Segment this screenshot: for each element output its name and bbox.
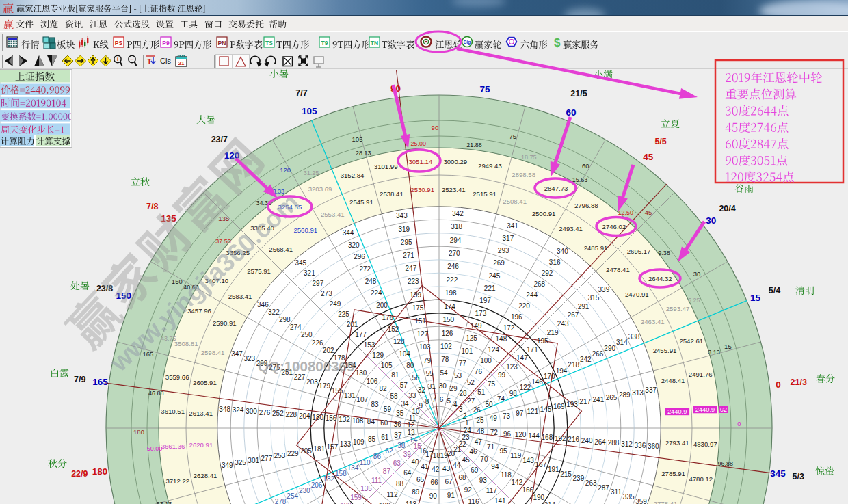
svg-text:5/4: 5/4: [769, 286, 780, 295]
svg-text:2568.41: 2568.41: [269, 246, 293, 253]
svg-text:245: 245: [489, 272, 501, 280]
svg-text:2440.9: 2440.9: [667, 408, 687, 415]
svg-text:227: 227: [294, 373, 306, 381]
svg-text:15.63: 15.63: [572, 176, 588, 183]
svg-text:56: 56: [412, 374, 420, 382]
svg-text:346: 346: [257, 301, 269, 308]
svg-text:153: 153: [364, 341, 375, 349]
svg-text:193: 193: [566, 401, 578, 408]
svg-text:135: 135: [218, 215, 229, 222]
svg-text:143: 143: [522, 457, 534, 464]
svg-text:3203.69: 3203.69: [308, 185, 332, 193]
svg-text:2530.91: 2530.91: [410, 186, 434, 194]
svg-text:322: 322: [268, 308, 280, 316]
svg-text:337: 337: [645, 386, 657, 394]
svg-text:22/9: 22/9: [71, 469, 88, 479]
svg-text:199: 199: [410, 291, 421, 299]
svg-text:150: 150: [172, 278, 183, 285]
svg-text:349: 349: [222, 462, 233, 469]
svg-text:319: 319: [398, 226, 410, 233]
svg-text:289: 289: [619, 391, 631, 399]
svg-text:151: 151: [414, 317, 426, 325]
svg-text:2593.47: 2593.47: [666, 305, 690, 313]
svg-text:119: 119: [510, 452, 521, 460]
svg-text:35: 35: [396, 410, 404, 417]
svg-text:2695.17: 2695.17: [627, 248, 651, 255]
svg-text:311: 311: [611, 488, 622, 496]
svg-text:54: 54: [440, 369, 448, 377]
svg-text:47: 47: [475, 438, 483, 446]
svg-text:301: 301: [248, 457, 259, 464]
svg-text:31: 31: [428, 383, 436, 390]
svg-text:3712.22: 3712.22: [165, 477, 189, 485]
svg-text:168: 168: [542, 434, 553, 441]
svg-text:2575.91: 2575.91: [247, 267, 271, 275]
svg-text:2793.41: 2793.41: [665, 439, 689, 447]
svg-text:45: 45: [645, 209, 652, 216]
svg-text:34: 34: [401, 400, 409, 408]
svg-text:247: 247: [406, 265, 417, 272]
svg-text:2523.41: 2523.41: [442, 186, 466, 194]
svg-text:3101.99: 3101.99: [374, 163, 398, 170]
svg-text:345: 345: [770, 468, 786, 479]
svg-text:58: 58: [390, 393, 399, 400]
svg-text:90: 90: [432, 124, 439, 131]
svg-text:148: 148: [496, 335, 507, 343]
svg-text:53.13: 53.13: [157, 501, 172, 504]
svg-text:0: 0: [776, 380, 781, 390]
svg-text:288: 288: [608, 439, 620, 447]
svg-text:48: 48: [477, 427, 485, 435]
svg-text:121: 121: [527, 408, 539, 415]
svg-text:2605.91: 2605.91: [193, 379, 217, 386]
svg-text:70: 70: [480, 455, 488, 463]
svg-text:83: 83: [371, 401, 379, 408]
svg-text:323: 323: [243, 355, 255, 362]
svg-text:2847.73: 2847.73: [544, 185, 568, 192]
svg-text:4: 4: [453, 401, 458, 408]
svg-text:81: 81: [391, 371, 399, 379]
svg-text:313: 313: [632, 389, 644, 397]
svg-text:28: 28: [459, 390, 467, 397]
svg-text:264: 264: [594, 438, 606, 446]
svg-text:347: 347: [231, 350, 243, 358]
svg-text:336: 336: [635, 442, 646, 449]
svg-text:159: 159: [350, 494, 362, 501]
svg-text:320: 320: [348, 241, 360, 249]
svg-text:41: 41: [421, 463, 429, 470]
svg-text:96.88: 96.88: [718, 460, 734, 467]
svg-text:111: 111: [371, 477, 382, 484]
svg-text:338: 338: [628, 333, 640, 341]
svg-text:290: 290: [604, 345, 615, 352]
svg-text:91: 91: [447, 492, 455, 499]
svg-text:101: 101: [462, 347, 473, 355]
svg-text:3: 3: [459, 406, 463, 413]
svg-text:317: 317: [503, 235, 514, 242]
svg-text:214: 214: [544, 501, 555, 504]
svg-text:23/7: 23/7: [211, 135, 228, 144]
svg-text:277: 277: [261, 455, 273, 462]
svg-text:194: 194: [556, 367, 568, 375]
svg-text:273: 273: [321, 290, 332, 297]
svg-text:60: 60: [582, 162, 589, 170]
svg-text:2448.41: 2448.41: [661, 377, 685, 384]
svg-text:191: 191: [548, 466, 559, 473]
svg-text:142: 142: [512, 479, 523, 486]
svg-text:7: 7: [432, 396, 436, 403]
svg-text:229: 229: [287, 450, 299, 457]
svg-text:312: 312: [621, 440, 633, 448]
svg-text:201: 201: [347, 321, 358, 328]
svg-text:180: 180: [133, 428, 144, 436]
svg-text:2455.91: 2455.91: [653, 347, 677, 354]
svg-text:225: 225: [338, 310, 349, 318]
svg-text:172: 172: [503, 324, 515, 332]
svg-text:297: 297: [313, 280, 324, 287]
svg-text:169: 169: [553, 403, 565, 410]
svg-text:49: 49: [490, 414, 498, 422]
svg-text:176: 176: [382, 314, 393, 321]
svg-text:149: 149: [471, 322, 482, 330]
svg-text:314: 314: [616, 339, 628, 346]
svg-text:3610.51: 3610.51: [161, 408, 185, 415]
svg-text:31.25: 31.25: [304, 170, 319, 176]
svg-text:72: 72: [490, 429, 499, 436]
svg-text:50: 50: [485, 401, 493, 408]
